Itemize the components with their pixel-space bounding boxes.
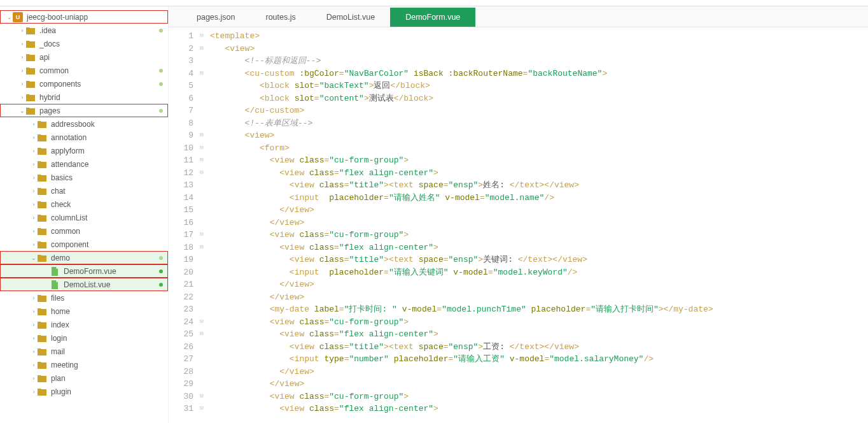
tree-folder[interactable]: › api: [0, 50, 168, 64]
tree-folder[interactable]: › meeting: [0, 358, 168, 371]
fold-toggle[interactable]: [197, 378, 206, 391]
fold-toggle[interactable]: ⊟: [197, 328, 206, 341]
tree-folder[interactable]: › check: [0, 197, 168, 211]
code-line[interactable]: <input type="number" placeholder="请输入工资"…: [210, 353, 868, 366]
fold-toggle[interactable]: ⊟: [197, 142, 206, 155]
fold-toggle[interactable]: [197, 266, 206, 279]
fold-toggle[interactable]: [197, 303, 206, 316]
tree-folder[interactable]: › chat: [0, 184, 168, 197]
tree-file[interactable]: DemoForm.vue: [0, 264, 168, 278]
code-line[interactable]: <view class="flex align-center">: [210, 403, 868, 415]
editor-tab[interactable]: routes.js: [250, 8, 311, 27]
tree-folder[interactable]: › login: [0, 331, 168, 345]
tree-project-root[interactable]: ⌄ U jeecg-boot-uniapp: [0, 10, 168, 24]
fold-toggle[interactable]: [197, 278, 206, 291]
fold-toggle[interactable]: ⊟: [197, 30, 206, 43]
tree-folder-pages[interactable]: ⌄ pages: [0, 104, 168, 117]
editor-tab[interactable]: DemoForm.vue: [390, 8, 475, 27]
fold-gutter[interactable]: ⊟⊟ ⊟ ⊟⊟⊟⊟ ⊟⊟ ⊟⊟ ⊟⊟: [197, 27, 206, 423]
code-line[interactable]: </view>: [210, 278, 868, 291]
fold-toggle[interactable]: ⊟: [197, 403, 206, 415]
tree-folder[interactable]: › hybrid: [0, 90, 168, 104]
fold-toggle[interactable]: [197, 254, 206, 266]
code-line[interactable]: <view class="flex align-center">: [210, 241, 868, 254]
tree-folder[interactable]: › .idea: [0, 24, 168, 37]
tree-folder[interactable]: › common: [0, 64, 168, 77]
tree-folder[interactable]: › files: [0, 291, 168, 305]
fold-toggle[interactable]: [197, 217, 206, 229]
tree-folder[interactable]: › component: [0, 238, 168, 251]
code-line[interactable]: <block slot="backText">返回</block>: [210, 80, 868, 92]
fold-toggle[interactable]: [197, 179, 206, 192]
fold-toggle[interactable]: [197, 104, 206, 117]
fold-toggle[interactable]: [197, 117, 206, 130]
code-editor[interactable]: 1234567891011121314151617181920212223242…: [169, 27, 868, 423]
project-tree[interactable]: ⌄ U jeecg-boot-uniapp › .idea › _docs › …: [0, 6, 169, 423]
tree-folder[interactable]: › index: [0, 318, 168, 331]
code-line[interactable]: <form>: [210, 142, 868, 155]
code-line[interactable]: <block slot="content">测试表</block>: [210, 92, 868, 105]
tree-folder[interactable]: › _docs: [0, 37, 168, 50]
code-line[interactable]: <!--表单区域-->: [210, 117, 868, 130]
fold-toggle[interactable]: ⊟: [197, 154, 206, 167]
code-line[interactable]: </view>: [210, 217, 868, 229]
fold-toggle[interactable]: [197, 192, 206, 204]
tree-folder[interactable]: › basics: [0, 171, 168, 184]
fold-toggle[interactable]: [197, 341, 206, 354]
top-toolbar: jeecg-boot-uniapp›pages›demo›DemoForm.vu…: [0, 0, 868, 6]
code-line[interactable]: <view>: [210, 43, 868, 55]
code-line[interactable]: <view class="cu-form-group">: [210, 229, 868, 241]
tree-folder[interactable]: › components: [0, 77, 168, 90]
code-line[interactable]: <cu-custom :bgColor="NavBarColor" isBack…: [210, 68, 868, 80]
code-line[interactable]: <view class="flex align-center">: [210, 167, 868, 180]
fold-toggle[interactable]: ⊟: [197, 391, 206, 403]
fold-toggle[interactable]: ⊟: [197, 129, 206, 142]
fold-toggle[interactable]: ⊟: [197, 229, 206, 241]
tree-folder[interactable]: › home: [0, 305, 168, 318]
fold-toggle[interactable]: [197, 353, 206, 366]
editor-tab[interactable]: DemoList.vue: [311, 8, 390, 27]
tree-folder[interactable]: › common: [0, 224, 168, 238]
code-line[interactable]: <view class="title"><text space="ensp">工…: [210, 341, 868, 354]
code-line[interactable]: <view class="title"><text space="ensp">关…: [210, 254, 868, 266]
code-line[interactable]: <input placeholder="请输入关键词" v-model="mod…: [210, 266, 868, 279]
tree-folder[interactable]: › attendance: [0, 157, 168, 171]
code-line[interactable]: <view>: [210, 129, 868, 142]
tree-file[interactable]: DemoList.vue: [0, 278, 168, 291]
code-line[interactable]: <my-date label="打卡时间: " v-model="model.p…: [210, 303, 868, 316]
fold-toggle[interactable]: ⊟: [197, 68, 206, 80]
fold-toggle[interactable]: [197, 366, 206, 378]
code-line[interactable]: <!--标题和返回-->: [210, 55, 868, 68]
tree-folder[interactable]: › mail: [0, 345, 168, 358]
code-line[interactable]: <view class="flex align-center">: [210, 328, 868, 341]
tree-folder-demo[interactable]: ⌄ demo: [0, 251, 168, 264]
tree-folder[interactable]: › addressbook: [0, 117, 168, 131]
fold-toggle[interactable]: ⊟: [197, 43, 206, 55]
tree-folder[interactable]: › plugin: [0, 385, 168, 398]
code-line[interactable]: </view>: [210, 378, 868, 391]
fold-toggle[interactable]: [197, 55, 206, 68]
code-content[interactable]: <template> <view> <!--标题和返回--> <cu-custo…: [206, 27, 868, 423]
code-line[interactable]: </view>: [210, 366, 868, 378]
code-line[interactable]: </cu-custom>: [210, 104, 868, 117]
tree-folder[interactable]: › applyform: [0, 144, 168, 157]
code-line[interactable]: <view class="title"><text space="ensp">姓…: [210, 179, 868, 192]
fold-toggle[interactable]: ⊟: [197, 316, 206, 329]
fold-toggle[interactable]: [197, 291, 206, 304]
fold-toggle[interactable]: [197, 80, 206, 92]
tree-folder[interactable]: › columnList: [0, 211, 168, 224]
code-line[interactable]: <view class="cu-form-group">: [210, 391, 868, 403]
code-line[interactable]: <input placeholder="请输入姓名" v-model="mode…: [210, 192, 868, 204]
code-line[interactable]: </view>: [210, 291, 868, 304]
code-line[interactable]: </view>: [210, 204, 868, 217]
code-line[interactable]: <template>: [210, 30, 868, 43]
editor-tab[interactable]: pages.json: [181, 8, 250, 27]
code-line[interactable]: <view class="cu-form-group">: [210, 154, 868, 167]
tree-folder[interactable]: › plan: [0, 371, 168, 385]
code-line[interactable]: <view class="cu-form-group">: [210, 316, 868, 329]
fold-toggle[interactable]: [197, 92, 206, 105]
fold-toggle[interactable]: [197, 204, 206, 217]
fold-toggle[interactable]: ⊟: [197, 241, 206, 254]
tree-folder[interactable]: › annotation: [0, 131, 168, 144]
fold-toggle[interactable]: ⊟: [197, 167, 206, 180]
